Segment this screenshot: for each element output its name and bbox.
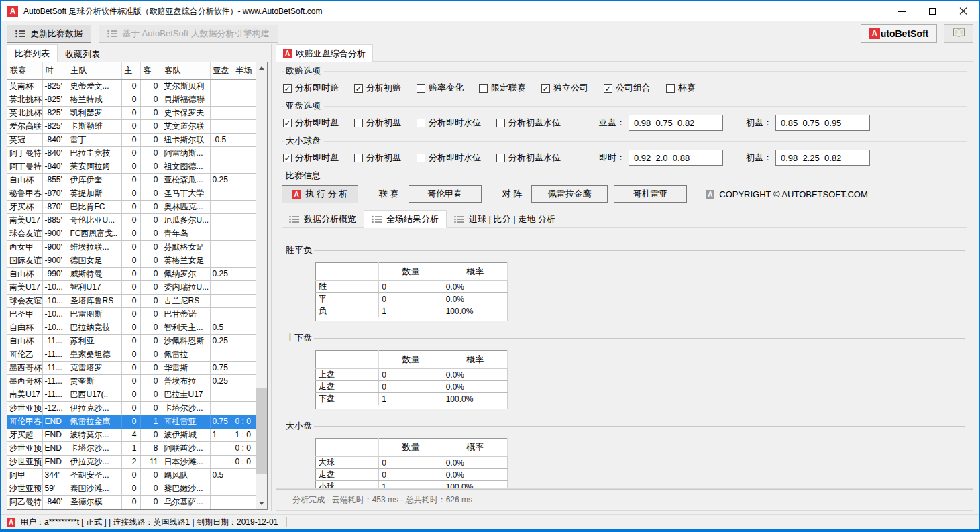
match-row[interactable]: 西女甲 -900' 维埃拉联... 0 0 芬默格女足: [7, 240, 256, 254]
asian-initial-odds-input[interactable]: [775, 115, 870, 131]
match-row[interactable]: 阿甲 344' 圣胡安圣... 0 0 飓风队 0.5: [7, 468, 256, 482]
match-row[interactable]: 哥伦甲春 END 佩雷拉金鹰 0 1 哥杜雷亚 0.75 0 : 0: [7, 415, 256, 428]
checkbox-icon[interactable]: [666, 84, 675, 93]
match-row[interactable]: 爱尔高联 -825' 卡斯勒维 0 0 艾文道尔联: [7, 119, 256, 133]
checkbox-icon[interactable]: [604, 84, 612, 93]
match-row[interactable]: 沙世亚预 59' 泰国沙滩... 0 0 黎巴嫩沙...: [7, 482, 256, 495]
match-row[interactable]: 哥伦乙 -11... 皇家桑坦德 0 0 佩雷拉: [7, 348, 256, 361]
match-row[interactable]: 英南杯 -825' 史蒂爱文... 0 0 艾尔斯贝利: [7, 79, 256, 93]
match-row[interactable]: 自由杯 -855' 伊库伊奎 0 0 亚松森瓜... 0.25: [7, 173, 256, 187]
match-row[interactable]: 南美U17 -885' 哥伦比亚U... 0 0 厄瓜多尔U...: [7, 213, 256, 227]
checkbox[interactable]: 杯赛: [666, 82, 696, 94]
checkbox[interactable]: 公司组合: [604, 82, 651, 94]
checkbox-icon[interactable]: [479, 84, 488, 93]
match-row[interactable]: 巴圣甲 -10... 巴雷图斯 0 0 巴甘蒂诺: [7, 307, 256, 321]
match-table-header[interactable]: 亚盘: [210, 62, 233, 79]
match-row[interactable]: 牙买超 END 波特莫尔... 4 0 波伊斯城 1 1 : 0: [7, 428, 256, 441]
checkbox-icon[interactable]: [354, 119, 363, 127]
checkbox-icon[interactable]: [354, 154, 363, 162]
update-matches-button[interactable]: 更新比赛数据: [7, 25, 91, 43]
checkbox-icon[interactable]: [417, 154, 425, 162]
checkbox-icon[interactable]: [541, 84, 550, 93]
scrollbar-thumb[interactable]: [256, 388, 267, 474]
match-row[interactable]: 球会友谊 -10... 圣塔库鲁RS 0 0 古兰尼RS: [7, 294, 256, 307]
asian-live-odds-input[interactable]: [629, 115, 723, 131]
panel-splitter[interactable]: [271, 44, 274, 511]
checkbox[interactable]: 分析即时水位: [417, 117, 481, 129]
league-field[interactable]: 哥伦甲春: [409, 185, 482, 203]
subtab-data-overview[interactable]: 数据分析概览: [282, 211, 364, 227]
tab-favorites-list[interactable]: 收藏列表: [58, 47, 107, 62]
match-table-header[interactable]: 主: [121, 62, 140, 79]
checkbox-icon[interactable]: [496, 154, 505, 162]
match-table-header[interactable]: 半场: [233, 62, 256, 79]
match-row[interactable]: 自由杯 -11... 苏利亚 0 0 沙佩科恩斯 0.25: [7, 334, 256, 348]
match-row[interactable]: 阿丁曼特 -840' 巴拉圭竞技 0 0 阿雷纳斯...: [7, 146, 256, 160]
brand-button[interactable]: A utoBetSoft: [861, 24, 937, 43]
result-row: 负 1 100.0%: [316, 305, 508, 317]
checkbox[interactable]: 赔率变化: [417, 82, 464, 94]
checkbox[interactable]: 分析初盘水位: [496, 117, 561, 129]
ou-initial-odds-input[interactable]: [775, 150, 870, 166]
checkbox[interactable]: 分析即时盘: [283, 152, 339, 164]
match-row[interactable]: 球会友谊 -900' FC西恩富戈.. 0 0 青年岛: [7, 227, 256, 240]
checkbox[interactable]: 分析初盘: [354, 117, 401, 129]
tab-match-list[interactable]: 比赛列表: [7, 44, 58, 62]
run-analysis-button[interactable]: A 执 行 分 析: [282, 185, 358, 203]
home-team-field[interactable]: 佩雷拉金鹰: [531, 185, 608, 203]
checkbox[interactable]: 分析即时赔: [283, 82, 339, 94]
tab-combined-analysis[interactable]: A 欧赔亚盘综合分析: [276, 44, 373, 62]
cell-time: 344': [42, 468, 68, 482]
checkbox[interactable]: 分析即时盘: [283, 117, 339, 129]
match-row[interactable]: 秘鲁甲春 -870' 英提加斯 0 0 圣马丁大学: [7, 187, 256, 200]
match-table-header[interactable]: 联赛: [7, 62, 42, 79]
result-label: 胜: [316, 281, 379, 293]
checkbox-icon[interactable]: [417, 119, 425, 127]
checkbox[interactable]: 分析初盘水位: [496, 152, 561, 164]
match-row[interactable]: 自由杯 -990' 威斯特曼 0 0 佩纳罗尔 0.25: [7, 267, 256, 280]
match-table-header[interactable]: 时: [42, 62, 68, 79]
maximize-button[interactable]: [917, 1, 948, 21]
match-row[interactable]: 沙世亚预 END 卡塔尔沙... 1 8 阿联酋沙... 0 : 0: [7, 441, 256, 455]
manual-button[interactable]: [944, 24, 973, 43]
match-table-scrollbar[interactable]: [256, 62, 267, 509]
match-table-header[interactable]: 客队: [162, 62, 210, 79]
match-row[interactable]: 墨西哥杯 -11... 贾奎斯 0 0 普埃布拉 0.25: [7, 374, 256, 388]
match-row[interactable]: 英北挑杯 -825' 格兰特咸 0 0 貝斯福德聯: [7, 93, 256, 106]
match-row[interactable]: 国际友谊 -900' 德国女足 0 0 英格兰女足: [7, 254, 256, 267]
scroll-up-button[interactable]: [256, 62, 267, 74]
minimize-button[interactable]: [886, 1, 917, 21]
subtab-fulltime-result[interactable]: 全场结果分析: [364, 210, 447, 228]
checkbox[interactable]: 独立公司: [541, 82, 588, 94]
checkbox-icon[interactable]: [496, 119, 505, 127]
match-row[interactable]: 自由杯 -10... 巴拉纳竞技 0 0 智利天主... 0.5: [7, 321, 256, 334]
checkbox[interactable]: 限定联赛: [479, 82, 526, 94]
checkbox-icon[interactable]: [354, 84, 363, 93]
match-row[interactable]: 墨西哥杯 -11... 克雷塔罗 0 0 华雷斯 0.75: [7, 361, 256, 374]
match-row[interactable]: 英冠 -840' 雷丁 0 0 纽卡斯尔联 -0.5: [7, 133, 256, 146]
scroll-down-button[interactable]: [256, 498, 267, 509]
match-row[interactable]: 阿丁曼特 -840' 莱安阿拉姆 0 0 祖文图德...: [7, 160, 256, 173]
checkbox[interactable]: 分析即时水位: [417, 152, 481, 164]
match-row[interactable]: 南美U17 -11... 巴西U17(.. 0 0 巴拉圭U17: [7, 388, 256, 401]
cell-time: -840': [42, 160, 68, 173]
subtab-goals-score-live[interactable]: 进球 | 比分 | 走地 分析: [447, 211, 563, 227]
away-team-field[interactable]: 哥杜雷亚: [614, 185, 687, 203]
ou-live-odds-input[interactable]: [629, 150, 723, 166]
checkbox-icon[interactable]: [417, 84, 425, 93]
cell-away-team: 飓风队: [162, 468, 210, 482]
match-row[interactable]: 英北挑杯 -825' 凯利瑟罗 0 0 史卡保罗夫: [7, 106, 256, 119]
checkbox-icon[interactable]: [283, 154, 292, 162]
match-row[interactable]: 阿乙曼特 -840' 圣德尔模 0 0 乌尔基萨...: [7, 495, 256, 509]
close-button[interactable]: [948, 1, 979, 21]
match-row[interactable]: 沙世亚预 END 伊拉克沙... 2 11 日本沙滩... 0 : 0: [7, 455, 256, 468]
match-row[interactable]: 牙买杯 -870' 巴比肯FC 0 0 奥林匹克...: [7, 200, 256, 213]
match-row[interactable]: 南美U17 -10... 智利U17 0 0 委内瑞拉U...: [7, 280, 256, 294]
checkbox[interactable]: 分析初赔: [354, 82, 401, 94]
checkbox[interactable]: 分析初盘: [354, 152, 401, 164]
match-table-header[interactable]: 客: [140, 62, 162, 79]
match-table-header[interactable]: 主队: [68, 62, 121, 79]
match-row[interactable]: 沙世亚预 -12... 伊拉克沙... 0 0 卡塔尔沙...: [7, 401, 256, 415]
checkbox-icon[interactable]: [283, 84, 292, 93]
checkbox-icon[interactable]: [283, 119, 292, 127]
